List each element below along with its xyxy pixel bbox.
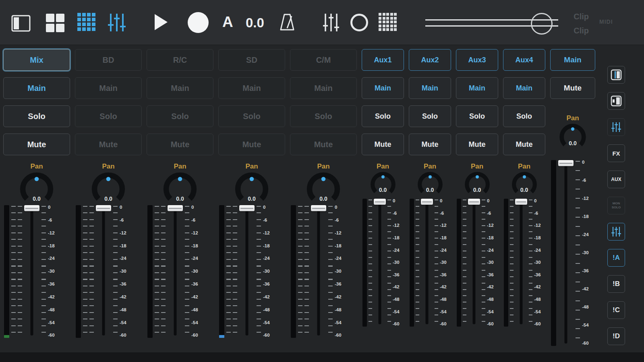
pan-knob-icon[interactable] [416,171,445,197]
mixer-view-active-icon [611,226,622,237]
volume-fader[interactable] [374,199,386,327]
channel-solo-button[interactable]: Solo [362,105,404,127]
channel-select-button[interactable]: Aux3 [456,49,498,71]
db-label: -54 [191,321,213,325]
fader-handle[interactable] [96,205,111,211]
record-button[interactable] [188,12,209,33]
channel-solo-button[interactable]: Solo [218,105,285,127]
play-button[interactable] [151,12,170,34]
fader-handle[interactable] [24,205,39,211]
master-volume-fader[interactable] [558,160,574,346]
pan-knob-icon[interactable] [369,171,398,197]
volume-fader[interactable] [468,199,480,327]
channel-mute-button[interactable]: Mute [456,134,498,155]
master-mute-button[interactable]: Mute [550,77,595,99]
channel-main-button[interactable]: Main [409,77,451,99]
pan-knob-icon[interactable] [463,171,492,197]
db-label: -12 [440,223,450,228]
fader-handle[interactable] [311,205,326,211]
loop-circle-icon[interactable] [350,14,368,31]
channel-select-button[interactable]: SD [218,49,285,71]
channel-solo-button[interactable]: Solo [147,105,213,127]
channel-solo-button[interactable]: Solo [3,105,70,127]
channel-main-button[interactable]: Main [456,77,498,99]
mixer-view-icon[interactable] [107,13,126,34]
layout-panel-icon[interactable] [11,14,31,35]
volume-fader[interactable] [24,205,39,338]
fader-handle[interactable] [239,205,255,211]
snapshot-b-button[interactable]: !B [607,275,625,293]
channel-mute-button[interactable]: Mute [75,134,142,155]
aux-button[interactable]: AUX [607,171,625,188]
channel-mute-button[interactable]: Mute [3,134,70,155]
channel-select-button[interactable]: C/M [290,49,357,71]
layout-detail-button[interactable] [607,92,625,110]
monitor-solo-button[interactable]: MON SOLO [607,197,625,214]
channel-mute-button[interactable]: Mute [290,134,357,155]
channel-mute-button[interactable]: Mute [218,134,285,155]
channel-main-button[interactable]: Main [147,77,213,99]
channel-select-button[interactable]: BD [75,49,142,71]
master-volume-slider[interactable] [425,19,558,27]
fader-handle[interactable] [558,160,574,166]
layout-split-button[interactable] [607,66,625,84]
sidebar: FX AUX MON SOLO !A !B !C !D [603,66,629,345]
db-scale: 0-6-12-18-24-30-36-42-48-54-60 [534,199,545,327]
channel-solo-button[interactable]: Solo [75,105,142,127]
channel-select-button[interactable]: Mix [3,49,70,71]
fader-handle[interactable] [168,205,183,211]
pan-knob[interactable] [503,171,545,197]
channel-solo-button[interactable]: Solo [290,105,357,127]
snapshot-c-button[interactable]: !C [607,301,625,319]
channel-main-button[interactable]: Main [3,77,70,99]
volume-fader[interactable] [239,205,255,338]
metronome-icon[interactable] [278,12,296,34]
channel-mute-button[interactable]: Mute [409,134,451,155]
master-select-button[interactable]: Main [550,49,595,71]
channel-select-button[interactable]: Aux2 [409,49,451,71]
channel-main-button[interactable]: Main [503,77,545,99]
volume-fader[interactable] [421,199,433,327]
db-label: -60 [335,333,356,338]
channel-main-button[interactable]: Main [362,77,404,99]
channel-solo-button[interactable]: Solo [503,105,545,127]
pan-knob[interactable] [456,171,498,197]
snapshot-d-button[interactable]: !D [607,327,625,345]
channel-select-button[interactable]: R/C [147,49,213,71]
volume-fader[interactable] [96,205,111,338]
channel-mute-button[interactable]: Mute [362,134,404,155]
fader-handle[interactable] [468,199,480,205]
channel-solo-button[interactable]: Solo [456,105,498,127]
volume-fader[interactable] [311,205,326,338]
channel-settings-icon[interactable] [322,13,340,34]
channel-select-button[interactable]: Aux1 [362,49,404,71]
pattern-grid-icon[interactable] [379,13,398,32]
channel-select-button[interactable]: Aux4 [503,49,545,71]
db-label: -6 [582,178,594,183]
fader-handle[interactable] [374,199,386,205]
pan-knob[interactable] [409,171,451,197]
mixer-faders-button[interactable] [607,118,625,136]
pan-knob[interactable] [362,171,404,197]
channel-main-button[interactable]: Main [290,77,357,99]
channel-mute-button[interactable]: Mute [503,134,545,155]
fader-handle[interactable] [421,199,433,205]
channel-solo-button[interactable]: Solo [409,105,451,127]
channel-main-button[interactable]: Main [75,77,142,99]
quad-view-icon[interactable] [45,13,65,35]
channel-main-button[interactable]: Main [218,77,285,99]
volume-fader[interactable] [168,205,183,338]
slider-knob[interactable] [531,13,553,35]
snapshot-a-button[interactable]: !A [607,249,625,267]
db-label: -30 [120,269,141,274]
tempo-display[interactable]: 0.0 [246,15,264,31]
channel-mute-button[interactable]: Mute [147,134,213,155]
grid-view-icon[interactable] [77,13,97,32]
fader-handle[interactable] [515,199,527,205]
pan-knob-icon[interactable] [510,171,539,197]
fx-button[interactable]: FX [607,144,625,162]
automation-a-button[interactable]: A [222,14,233,31]
mixer-view-active-button[interactable] [607,223,625,241]
volume-fader[interactable] [515,199,527,327]
master-pan-label: Pan [550,114,595,122]
